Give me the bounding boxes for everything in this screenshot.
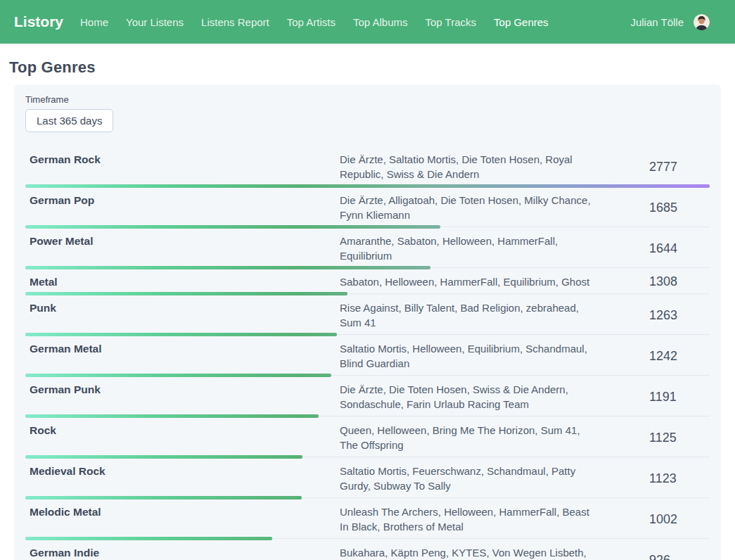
top-navbar: Listory HomeYour ListensListens ReportTo… <box>0 0 735 44</box>
genre-row-german-indie: German IndieBukahara, Käptn Peng, KYTES,… <box>25 540 710 560</box>
top-genres-card: Timeframe Last 365 days German RockDie Ä… <box>14 84 721 560</box>
genre-name: Metal <box>25 274 340 289</box>
genre-row-metal: MetalSabaton, Helloween, HammerFall, Equ… <box>25 269 710 295</box>
nav-link-top-albums[interactable]: Top Albums <box>353 16 408 28</box>
genre-name: Medieval Rock <box>25 464 340 493</box>
genre-listen-count: 1242 <box>593 341 710 371</box>
genre-name: German Punk <box>25 382 340 412</box>
genre-row-german-metal: German MetalSaltatio Mortis, Helloween, … <box>25 336 710 377</box>
nav-link-your-listens[interactable]: Your Listens <box>126 16 184 28</box>
user-photo-icon <box>694 14 710 30</box>
genre-top-artists: Bukahara, Käptn Peng, KYTES, Von Wegen L… <box>340 545 593 560</box>
nav-link-home[interactable]: Home <box>80 16 108 28</box>
genre-top-artists: Die Ärzte, Saltatio Mortis, Die Toten Ho… <box>340 152 593 182</box>
genre-name: German Metal <box>25 341 340 371</box>
nav-link-listens-report[interactable]: Listens Report <box>201 16 269 28</box>
user-menu-name[interactable]: Julian Tölle <box>630 16 684 28</box>
genre-listen-count: 1125 <box>593 423 710 452</box>
genre-top-artists: Saltatio Mortis, Feuerschwanz, Schandmau… <box>340 464 593 493</box>
genre-row-rock: RockQueen, Helloween, Bring Me The Horiz… <box>25 418 710 459</box>
main-navigation: HomeYour ListensListens ReportTop Artist… <box>80 16 566 28</box>
genre-top-artists: Sabaton, Helloween, HammerFall, Equilibr… <box>340 274 593 289</box>
genre-top-artists: Queen, Helloween, Bring Me The Horizon, … <box>340 423 593 452</box>
genre-top-artists: Saltatio Mortis, Helloween, Equilibrium,… <box>340 341 593 371</box>
app-logo[interactable]: Listory <box>14 13 63 30</box>
genre-row-german-pop: German PopDie Ärzte, Alligatoah, Die Tot… <box>25 188 710 229</box>
genre-listen-count: 1123 <box>593 464 710 493</box>
user-avatar[interactable] <box>694 14 710 30</box>
genre-listen-count: 2777 <box>593 152 710 182</box>
genre-row-power-metal: Power MetalAmaranthe, Sabaton, Helloween… <box>25 229 710 269</box>
genre-top-artists: Rise Against, Billy Talent, Bad Religion… <box>340 300 593 330</box>
genre-row-medieval-rock: Medieval RockSaltatio Mortis, Feuerschwa… <box>25 459 710 499</box>
genre-row-punk: PunkRise Against, Billy Talent, Bad Reli… <box>25 295 710 336</box>
genre-top-artists: Unleash The Archers, Helloween, HammerFa… <box>340 504 593 534</box>
genre-top-artists: Die Ärzte, Alligatoah, Die Toten Hosen, … <box>340 193 593 222</box>
genre-name: Power Metal <box>25 234 340 263</box>
nav-link-top-artists[interactable]: Top Artists <box>287 16 335 28</box>
genre-top-artists: Die Ärzte, Die Toten Hosen, Swiss & Die … <box>340 382 593 412</box>
genre-listen-count: 1191 <box>593 382 710 412</box>
genre-name: Punk <box>25 300 340 330</box>
genre-listen-count: 1308 <box>593 274 710 289</box>
timeframe-select[interactable]: Last 365 days <box>25 109 113 132</box>
genre-listen-count: 1644 <box>593 234 710 263</box>
genre-listen-count: 926 <box>593 545 710 560</box>
genre-listen-count: 1002 <box>593 504 710 534</box>
genre-row-melodic-metal: Melodic MetalUnleash The Archers, Hellow… <box>25 499 710 540</box>
nav-link-top-tracks[interactable]: Top Tracks <box>426 16 477 28</box>
genre-name: Melodic Metal <box>25 504 340 534</box>
genre-row-german-rock: German RockDie Ärzte, Saltatio Mortis, D… <box>25 147 710 188</box>
genre-row-german-punk: German PunkDie Ärzte, Die Toten Hosen, S… <box>25 377 710 418</box>
page-title: Top Genres <box>9 58 721 77</box>
genre-listen-count: 1685 <box>593 193 710 222</box>
genre-name: German Indie <box>25 545 340 560</box>
genre-listen-count: 1263 <box>593 300 710 330</box>
nav-link-top-genres[interactable]: Top Genres <box>494 16 549 28</box>
genre-name: German Rock <box>25 152 340 182</box>
genre-name: German Pop <box>25 193 340 222</box>
page-content: Top Genres Timeframe Last 365 days Germa… <box>0 58 735 560</box>
timeframe-label: Timeframe <box>25 94 710 105</box>
genre-list: German RockDie Ärzte, Saltatio Mortis, D… <box>25 147 710 560</box>
genre-top-artists: Amaranthe, Sabaton, Helloween, HammerFal… <box>340 234 593 263</box>
genre-name: Rock <box>25 423 340 452</box>
